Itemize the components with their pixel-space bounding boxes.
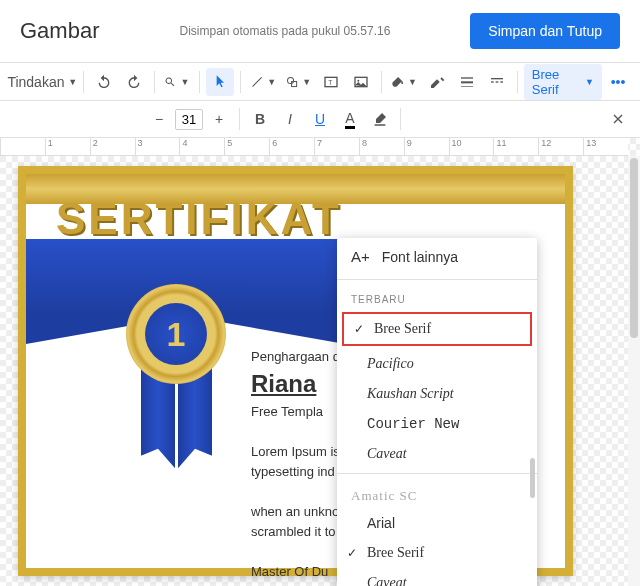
shape-tool[interactable]: ▼ [282,68,315,96]
medal-number: 1 [145,303,207,365]
certificate-title: SERTIFIKAT [56,194,342,244]
font-plus-icon: A+ [351,248,370,265]
svg-text:T: T [328,78,332,85]
canvas-area[interactable]: 12345678910111213 SERTIFIKAT 1 Pengharga… [0,138,640,586]
save-and-close-button[interactable]: Simpan dan Tutup [470,13,620,49]
underline-button[interactable]: U [306,105,334,133]
font-menu-popup: A+ Font lainnya TERBARU Bree SerifPacifi… [337,238,537,586]
image-tool[interactable] [347,68,375,96]
svg-point-5 [357,79,359,81]
font-item-caveat[interactable]: Caveat [337,568,537,586]
font-item-courier-new[interactable]: Courier New [337,409,537,439]
line-tool[interactable]: ▼ [247,68,280,96]
font-family-dropdown[interactable]: Bree Serif▼ [524,64,602,100]
medal-badge: 1 [126,284,226,384]
crop-cancel-button[interactable] [604,105,632,133]
svg-rect-7 [461,81,473,83]
svg-point-0 [288,77,294,83]
italic-button[interactable]: I [276,105,304,133]
border-weight-button[interactable] [453,68,481,96]
autosave-status: Disimpan otomatis pada pukul 05.57.16 [180,24,391,38]
svg-rect-11 [496,81,499,82]
undo-button[interactable] [90,68,118,96]
font-item-caveat[interactable]: Caveat [337,439,537,469]
font-item-kaushan-script[interactable]: Kaushan Script [337,379,537,409]
redo-button[interactable] [120,68,148,96]
svg-rect-12 [500,81,503,82]
font-item-pacifico[interactable]: Pacifico [337,349,537,379]
font-item-bree-serif[interactable]: Bree Serif [337,538,537,568]
bold-button[interactable]: B [246,105,274,133]
font-menu-scrollbar[interactable] [530,458,535,498]
border-dash-button[interactable] [483,68,511,96]
more-options-button[interactable]: ••• [604,68,632,96]
horizontal-ruler: 12345678910111213 [0,138,628,156]
select-tool[interactable] [206,68,234,96]
svg-rect-6 [461,77,473,78]
textbox-tool[interactable]: T [317,68,345,96]
actions-dropdown[interactable]: Tindakan ▼ [8,68,77,96]
svg-rect-9 [491,78,503,79]
highlight-color-button[interactable] [366,105,394,133]
font-item-arial[interactable]: Arial [337,508,537,538]
amatic-section-label: Amatic SC [337,478,537,508]
svg-rect-10 [491,81,494,82]
font-size-decrease[interactable]: − [145,105,173,133]
more-fonts-item[interactable]: A+ Font lainnya [337,238,537,275]
page-title: Gambar [20,18,99,44]
fill-color-button[interactable]: ▼ [388,68,421,96]
font-size-increase[interactable]: + [205,105,233,133]
zoom-dropdown[interactable]: ▼ [160,68,193,96]
font-item-bree-serif[interactable]: Bree Serif [342,312,532,346]
vertical-scrollbar[interactable] [628,156,640,586]
svg-rect-8 [461,86,473,87]
toolbar-main: Tindakan ▼ ▼ ▼ ▼ T ▼ Bree Serif▼ ••• [0,62,640,100]
font-size-input[interactable] [175,109,203,130]
border-color-button[interactable] [423,68,451,96]
text-color-button[interactable]: A [336,105,364,133]
toolbar-text: − + B I U A [0,100,640,138]
recent-section-label: TERBARU [337,284,537,309]
svg-rect-1 [292,81,297,86]
